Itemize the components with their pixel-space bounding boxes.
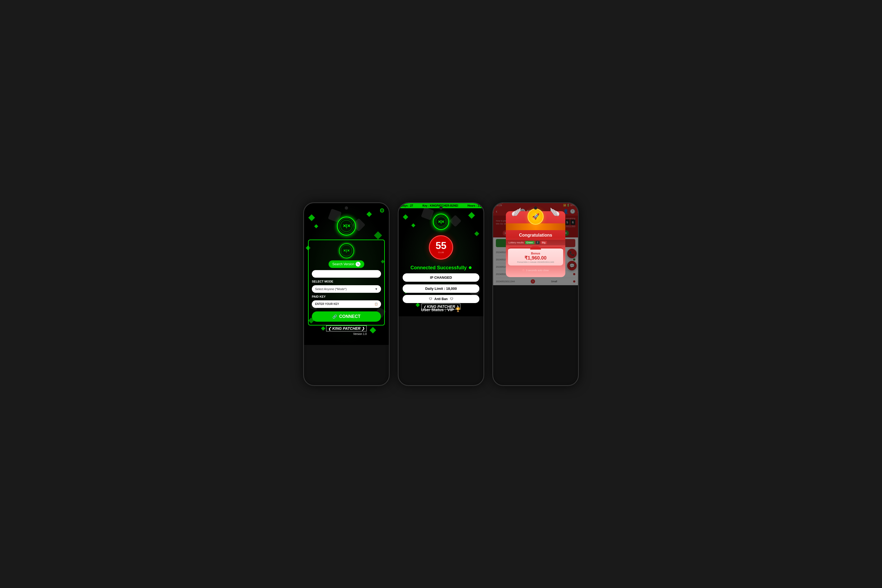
brand-area: ❮ KING PATCHER ❯ Version 1.0	[326, 326, 367, 341]
club55-sub: CLUB	[436, 251, 446, 254]
club55-number: 55	[436, 241, 446, 250]
connect-label: CONNECT	[339, 314, 361, 319]
brand-text: ❮ KING PATCHER ❯	[326, 326, 367, 332]
congratulations-overlay[interactable]: 🪽 🚀 🪽 Congratulations	[493, 203, 578, 285]
select-mode-label: SELECT MODE	[312, 280, 333, 283]
chevron-down-icon: ▼	[375, 287, 378, 291]
result-big-badge: Big	[541, 241, 547, 244]
mode-dropdown[interactable]: Select Anyone (*Mode*) ▼	[312, 285, 381, 293]
phone-3: 10:29 📶 🔋 97% ‹ 55 55CLUB 👤 🕐	[492, 202, 579, 386]
anti-ban-box: 🛡 Anti Ban 🛡	[403, 295, 479, 303]
link-icon: 🔗	[332, 314, 337, 319]
connected-text: Connected Successfully	[410, 265, 472, 271]
bonus-tube	[530, 246, 541, 250]
kp-logo-small: ✕|✕	[339, 243, 354, 258]
anti-ban-text: Anti Ban	[434, 297, 448, 301]
kp-logo-top: ✕|✕	[337, 217, 356, 236]
brand-label: KING PATCHER	[332, 326, 361, 331]
bonus-amount: ₹1,960.00	[510, 255, 561, 261]
lottery-results-row: Lottery results Green 7 Big	[506, 240, 565, 245]
club55-logo: 55 CLUB	[429, 235, 453, 260]
key-input[interactable]: ENTER YOUR KEY 📋	[312, 300, 381, 308]
ip-changed-text: IP CHANGED	[430, 276, 452, 279]
daily-limit-text: Daily Limit : 18,000	[425, 286, 457, 291]
daily-limit-box: Daily Limit : 18,000	[403, 284, 479, 293]
congratulations-card: 🪽 🚀 🪽 Congratulations	[506, 211, 565, 277]
auto-close-dot	[522, 269, 524, 272]
search-icon	[356, 262, 361, 267]
key-label: Key : KINGPATCHER-B2NEI	[423, 204, 458, 207]
phones-container: ⚙ ✕|✕ ✕|✕ Search Version	[303, 202, 579, 386]
main-panel: ✕|✕ Search Version SELECT MODE Select	[308, 240, 385, 326]
result-green-badge: Green	[525, 241, 535, 244]
result-num-badge: 7	[536, 241, 539, 244]
connect-button[interactable]: 🔗 CONNECT	[312, 311, 381, 322]
paid-key-label: PAID KEY	[312, 295, 326, 298]
kp-logo-phone2: ✕|✕	[433, 214, 449, 230]
phone-1: ⚙ ✕|✕ ✕|✕ Search Version	[303, 202, 390, 386]
hours-label: Hours : 21	[467, 204, 481, 207]
auto-close-text: 3 seconds auto close	[526, 269, 549, 272]
auto-close-row: 3 seconds auto close	[506, 268, 565, 273]
bonus-label: Bonus	[510, 252, 561, 255]
congrats-title: Congratulations	[506, 231, 565, 240]
trophy-coin: 🚀	[527, 208, 544, 225]
shield-right-icon: 🛡	[450, 297, 453, 301]
lottery-label: Lottery results	[509, 241, 524, 244]
key-placeholder: ENTER YOUR KEY	[315, 303, 339, 306]
bonus-box: Bonus ₹1,960.00 Period:Win 1 minute 2024…	[508, 248, 563, 266]
wing-right-icon: 🪽	[550, 207, 560, 217]
version-text: Version 1.0	[326, 333, 367, 336]
shield-left-icon: 🛡	[429, 297, 432, 301]
connected-label: Connected Successfully	[410, 265, 467, 271]
user-status-text: User Status : VIP	[421, 308, 454, 312]
search-version-button[interactable]: Search Version	[329, 260, 364, 268]
search-btn-label: Search Version	[332, 262, 354, 266]
mode-placeholder: Select Anyone (*Mode*)	[315, 287, 347, 291]
connected-indicator	[469, 266, 472, 269]
period-info: Period:Win 1 minute 20240515011349	[510, 261, 561, 263]
phone-2: Days : 27 Key : KINGPATCHER-B2NEI Hours …	[398, 202, 484, 386]
version-input[interactable]	[312, 270, 381, 278]
phone2-header: Days : 27 Key : KINGPATCHER-B2NEI Hours …	[398, 203, 484, 208]
ip-changed-box: IP CHANGED	[403, 273, 479, 282]
user-status: User Status : VIP 🏆	[421, 307, 461, 312]
settings-icon[interactable]: ⚙	[379, 207, 385, 214]
days-label: Days : 27	[401, 204, 413, 207]
kp-logo-text: ✕|✕	[343, 224, 350, 228]
clipboard-icon: 📋	[374, 303, 378, 306]
wing-left-icon: 🪽	[511, 207, 521, 217]
vip-icon: 🏆	[455, 307, 461, 312]
trophy-area: 🪽 🚀 🪽	[506, 203, 565, 230]
